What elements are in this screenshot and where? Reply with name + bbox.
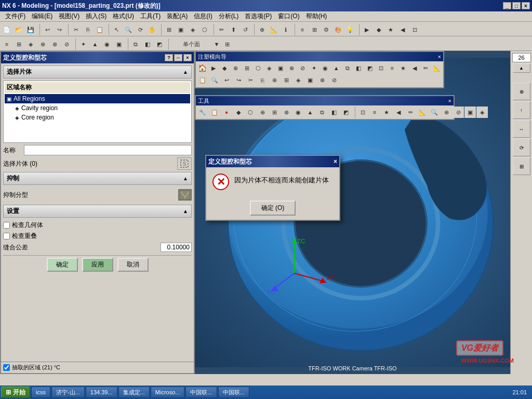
inj-btn2-10[interactable]: ▣ (304, 75, 316, 86)
inj-btn2-12[interactable]: ⊘ (328, 75, 340, 86)
tb2-14[interactable]: ⊞ (221, 38, 233, 50)
name-input[interactable] (24, 145, 192, 155)
tb2-8[interactable]: ▲ (89, 38, 101, 50)
nav-btn-5[interactable]: ⊞ (513, 157, 530, 175)
menu-preferences[interactable]: 首选项(P) (242, 11, 275, 22)
tb2-2[interactable]: ⊞ (13, 38, 24, 50)
tb-sketch[interactable]: ✏ (216, 24, 227, 35)
tools-btn-14[interactable]: ⊡ (357, 107, 368, 118)
inj-btn2-1[interactable]: 📋 (197, 75, 208, 86)
menu-info[interactable]: 信息(I) (191, 11, 215, 22)
inj-btn-9[interactable]: ⊗ (286, 62, 297, 74)
tools-btn-8[interactable]: ⊗ (281, 107, 292, 118)
dialog-help-button[interactable]: ? (165, 54, 173, 61)
tb-rotate[interactable]: ⟳ (135, 24, 146, 35)
select-body-collapse[interactable]: ▲ (183, 69, 188, 75)
tb-light[interactable]: 💡 (344, 24, 356, 35)
tb2-6[interactable]: ⊘ (61, 38, 72, 50)
injection-toolbar-close[interactable]: × (438, 54, 441, 60)
inj-btn-8[interactable]: ▣ (275, 62, 286, 74)
tb-extra3[interactable]: ★ (385, 24, 396, 35)
error-close-icon[interactable]: × (334, 158, 337, 165)
select-body-section-header[interactable]: 选择片体 ▲ (3, 65, 192, 78)
inj-btn-7[interactable]: ◈ (264, 62, 275, 74)
taskbar-item-4[interactable]: Microso... (151, 387, 185, 398)
inj-btn-14[interactable]: ⧉ (342, 62, 353, 74)
inj-btn-12[interactable]: ◉ (320, 62, 331, 74)
menu-assembly[interactable]: 装配(A) (164, 11, 191, 22)
select-icon-button[interactable]: S (177, 157, 192, 170)
tb2-7[interactable]: ✦ (77, 38, 89, 50)
tb-snap[interactable]: ⊕ (256, 24, 268, 35)
inj-btn-19[interactable]: ★ (398, 62, 409, 74)
tb-pan[interactable]: ✋ (147, 24, 158, 35)
status-checkbox[interactable] (3, 364, 10, 371)
tb-undo[interactable]: ↩ (42, 24, 53, 35)
nav-btn-1[interactable]: ⊕ (513, 83, 530, 100)
minimize-button[interactable]: _ (503, 2, 511, 9)
inj-btn2-5[interactable]: ✂ (245, 75, 256, 86)
tb-settings[interactable]: ⚙ (321, 24, 332, 35)
tools-btn-11[interactable]: ⧉ (316, 107, 328, 118)
tree-item-cavity[interactable]: ◈ Cavity region (5, 103, 190, 113)
tools-btn-5[interactable]: ⬡ (245, 107, 256, 118)
taskbar-item-2[interactable]: 134.39... (86, 387, 117, 398)
tb-extra5[interactable]: ⊡ (409, 24, 420, 35)
inj-btn-2[interactable]: ▶ (208, 62, 219, 74)
tools-toolbar-close[interactable]: × (448, 98, 451, 104)
inj-btn2-8[interactable]: ⊞ (281, 75, 292, 86)
tb-extra1[interactable]: ▶ (361, 24, 373, 35)
tools-btn-18[interactable]: ✏ (405, 107, 416, 118)
tb-open[interactable]: 📂 (13, 24, 24, 35)
tools-btn-20[interactable]: 🔍 (429, 107, 440, 118)
dialog-minimize-button[interactable]: ─ (174, 54, 182, 61)
menu-file[interactable]: 文件(F) (2, 11, 29, 22)
window-controls[interactable]: _ □ × (503, 2, 530, 9)
tools-btn-13[interactable]: ◩ (340, 107, 352, 118)
tools-btn-17[interactable]: ◀ (393, 107, 404, 118)
settings-section-header[interactable]: 设置 ▲ (3, 205, 192, 218)
tools-btn-1[interactable]: 🔧 (197, 107, 208, 118)
tb-fit[interactable]: ⊞ (163, 24, 175, 35)
suppress-image[interactable] (178, 189, 192, 201)
menu-window[interactable]: 窗口(O) (275, 11, 302, 22)
inj-btn-6[interactable]: ⬡ (253, 62, 264, 74)
inj-btn2-6[interactable]: ⎘ (257, 75, 268, 86)
tb-select[interactable]: ↖ (111, 24, 122, 35)
start-button[interactable]: ⊞ 开始 (1, 387, 30, 398)
dialog-title-controls[interactable]: ? ─ × (165, 54, 192, 61)
tb-render[interactable]: 🎨 (332, 24, 344, 35)
tools-btn-21[interactable]: ⊕ (441, 107, 452, 118)
tb-extrude[interactable]: ⬆ (228, 24, 239, 35)
menu-edit[interactable]: 编辑(E) (29, 11, 56, 22)
ok-button[interactable]: 确定 (47, 258, 78, 272)
tb-copy[interactable]: ⎘ (82, 24, 94, 35)
tb2-4[interactable]: ⊕ (37, 38, 48, 50)
inj-btn-20[interactable]: ◀ (409, 62, 420, 74)
menu-view[interactable]: 视图(V) (56, 11, 83, 22)
tb2-dropdown[interactable]: ▼ (212, 38, 221, 50)
inj-btn2-9[interactable]: ◈ (292, 75, 304, 86)
tree-item-core[interactable]: ◈ Core region (5, 113, 190, 122)
inj-btn-18[interactable]: ≡ (387, 62, 398, 74)
tools-btn-4[interactable]: ◆ (233, 107, 244, 118)
tb-view1[interactable]: ▣ (175, 24, 187, 35)
tools-btn-15[interactable]: ≡ (369, 107, 380, 118)
tb-save[interactable]: 💾 (25, 24, 36, 35)
tb2-snap-single[interactable]: 单个面 (170, 38, 212, 50)
dialog-close-button[interactable]: × (183, 54, 192, 61)
nav-btn-3[interactable]: ↔ (513, 120, 530, 138)
settings-collapse[interactable]: ▲ (183, 208, 188, 214)
tb-cut[interactable]: ✂ (70, 24, 82, 35)
inj-btn-17[interactable]: ⊡ (376, 62, 387, 74)
num-up-button[interactable]: ▲ (513, 63, 530, 73)
suppress-collapse[interactable]: ▲ (183, 176, 188, 181)
tb2-10[interactable]: ▣ (113, 38, 125, 50)
tb-view3[interactable]: ⬡ (199, 24, 210, 35)
tools-btn-16[interactable]: ★ (381, 107, 392, 118)
tb-new[interactable]: 📄 (1, 24, 12, 35)
tools-btn-19[interactable]: 📐 (417, 107, 428, 118)
check-geometry[interactable] (3, 222, 10, 229)
inj-btn-10[interactable]: ⊘ (298, 62, 309, 74)
inj-btn-22[interactable]: 📐 (432, 62, 443, 74)
